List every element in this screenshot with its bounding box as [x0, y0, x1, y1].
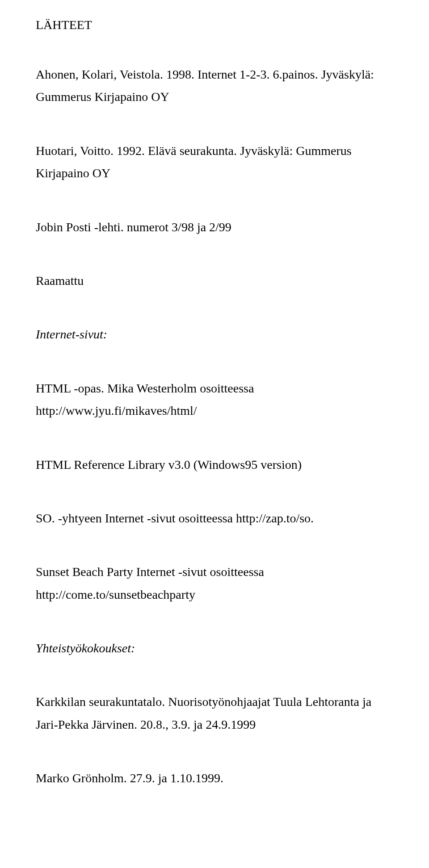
subsection-heading: Internet-sivut:: [36, 323, 393, 346]
reference-entry: Marko Grönholm. 27.9. ja 1.10.1999.: [36, 767, 393, 789]
subsection-heading: Yhteistyökokoukset:: [36, 637, 393, 659]
reference-entry: Jobin Posti -lehti. numerot 3/98 ja 2/99: [36, 216, 393, 238]
reference-entry: Ahonen, Kolari, Veistola. 1998. Internet…: [36, 63, 393, 108]
reference-entry: HTML -opas. Mika Westerholm osoitteessa …: [36, 377, 393, 422]
section-heading: LÄHTEET: [36, 18, 393, 32]
reference-entry: Huotari, Voitto. 1992. Elävä seurakunta.…: [36, 140, 393, 185]
reference-entry: Sunset Beach Party Internet -sivut osoit…: [36, 561, 393, 606]
reference-entry: SO. -yhtyeen Internet -sivut osoitteessa…: [36, 507, 393, 530]
reference-entry: HTML Reference Library v3.0 (Windows95 v…: [36, 454, 393, 476]
reference-entry: Raamattu: [36, 270, 393, 292]
reference-entry: Karkkilan seurakuntatalo. Nuorisotyönohj…: [36, 691, 393, 736]
document-page: LÄHTEET Ahonen, Kolari, Veistola. 1998. …: [0, 0, 429, 817]
